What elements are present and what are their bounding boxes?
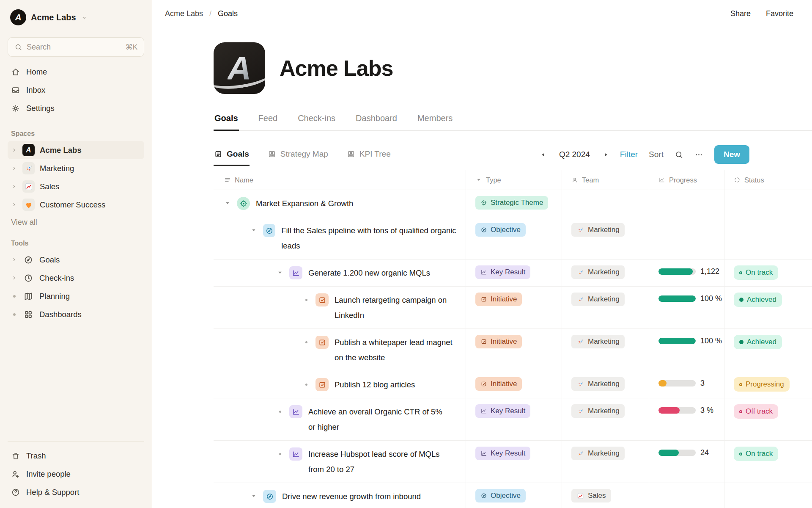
- bullet-icon: [303, 296, 310, 303]
- sidebar-tool-planning[interactable]: Planning: [8, 287, 144, 305]
- table-row[interactable]: Achieve an overall Organic CTR of 5% or …: [214, 398, 812, 441]
- sort-button[interactable]: Sort: [649, 150, 664, 159]
- column-header-progress[interactable]: Progress: [649, 170, 724, 190]
- triangle-down-icon[interactable]: [224, 200, 231, 207]
- sidebar-footer-help-support[interactable]: Help & Support: [8, 483, 144, 501]
- tab-feed[interactable]: Feed: [258, 113, 279, 130]
- breadcrumb-current[interactable]: Goals: [218, 9, 238, 18]
- view-tab-goals[interactable]: Goals: [214, 149, 250, 166]
- sidebar-space-marketing[interactable]: Marketing: [8, 159, 144, 177]
- next-period-button[interactable]: [603, 152, 609, 158]
- sidebar-space-acme-labs[interactable]: AAcme Labs: [8, 141, 144, 159]
- chartline-icon: [480, 269, 487, 276]
- chevron-right-icon[interactable]: [11, 183, 17, 190]
- team-cell: Marketing: [562, 441, 649, 483]
- sidebar-item-label: Home: [26, 67, 47, 77]
- goals-table: NameTypeTeamProgressStatus Market Expans…: [214, 170, 812, 508]
- triangle-down-icon[interactable]: [250, 227, 257, 234]
- previous-period-button[interactable]: [540, 152, 546, 158]
- sidebar-item-home[interactable]: Home: [8, 63, 144, 81]
- progress-cell: 3 %: [649, 398, 724, 440]
- status-badge: Progressing: [734, 377, 790, 392]
- table-row[interactable]: Publish a whitepaper lead magnet on the …: [214, 329, 812, 371]
- progress-fill: [658, 338, 696, 344]
- triangle-down-icon[interactable]: [277, 269, 283, 276]
- more-options-icon[interactable]: [694, 150, 703, 159]
- checkbox-icon: [480, 296, 487, 303]
- tab-check-ins[interactable]: Check-ins: [297, 113, 336, 130]
- workspace-name: Acme Labs: [31, 13, 76, 22]
- workspace-switcher[interactable]: A Acme Labs: [8, 8, 144, 26]
- tab-members[interactable]: Members: [417, 113, 453, 130]
- column-header-label: Name: [235, 176, 253, 184]
- progress-bar: 3 %: [658, 406, 713, 415]
- team-badge: Marketing: [571, 447, 625, 460]
- chevron-right-icon[interactable]: [11, 147, 17, 153]
- goal-name: Fill the Sales pipeline with tons of qua…: [281, 223, 466, 254]
- status-badge-label: Progressing: [746, 380, 784, 389]
- table-row[interactable]: Drive new revenue growth from inboundObj…: [214, 483, 812, 508]
- sidebar-space-customer-success[interactable]: Customer Success: [8, 196, 144, 214]
- status-badge-label: On track: [746, 268, 773, 277]
- breadcrumb-separator: /: [209, 9, 211, 18]
- compass-icon: [480, 492, 487, 499]
- progress-value: 100 %: [700, 337, 722, 345]
- table-row[interactable]: Publish 12 blog articlesInitiativeMarket…: [214, 371, 812, 398]
- chevron-down-icon: [81, 14, 88, 21]
- column-header-label: Progress: [669, 176, 697, 184]
- view-tab-strategy-map[interactable]: Strategy Map: [267, 149, 329, 166]
- compass-icon: [480, 226, 487, 233]
- status-badge: Off track: [734, 404, 778, 419]
- share-button[interactable]: Share: [730, 9, 751, 18]
- sidebar-item-inbox[interactable]: Inbox: [8, 81, 144, 99]
- favorite-button[interactable]: Favorite: [766, 9, 793, 18]
- triangle-down-icon[interactable]: [250, 493, 257, 500]
- column-header-type[interactable]: Type: [466, 170, 562, 190]
- team-badge: Marketing: [571, 377, 625, 391]
- progress-track: [658, 338, 696, 344]
- table-row[interactable]: Generate 1.200 new organic MQLsKey Resul…: [214, 260, 812, 287]
- column-header-name[interactable]: Name: [214, 170, 466, 190]
- search-input[interactable]: Search ⌘K: [8, 37, 144, 57]
- column-header-team[interactable]: Team: [562, 170, 649, 190]
- toolbar-controls: Q2 2024 Filter Sort New: [540, 145, 749, 170]
- breadcrumb-root[interactable]: Acme Labs: [165, 9, 203, 18]
- sidebar-footer-trash[interactable]: Trash: [8, 447, 144, 465]
- rocket-icon: [24, 164, 33, 173]
- checkbox-icon: [480, 381, 487, 387]
- chartline-icon: [480, 450, 487, 457]
- chevron-right-icon[interactable]: [11, 275, 17, 281]
- column-header-status[interactable]: Status: [724, 170, 812, 190]
- status-badge: Achieved: [734, 293, 782, 307]
- search-shortcut: ⌘K: [126, 43, 137, 52]
- sidebar-space-sales[interactable]: Sales: [8, 177, 144, 196]
- view-all-link[interactable]: View all: [11, 218, 144, 227]
- sidebar-footer-invite-people[interactable]: Invite people: [8, 465, 144, 483]
- chevron-right-icon[interactable]: [11, 257, 17, 263]
- type-badge: Initiative: [475, 293, 522, 306]
- type-cell: Initiative: [466, 371, 562, 398]
- workspace-hero: A Acme Labs: [214, 42, 812, 94]
- table-search-icon[interactable]: [675, 150, 683, 159]
- period-label[interactable]: Q2 2024: [559, 150, 590, 159]
- sidebar-tool-check-ins[interactable]: Check-ins: [8, 269, 144, 287]
- new-goal-button[interactable]: New: [714, 145, 749, 164]
- table-row[interactable]: Increase Hubspot lead score of MQLs from…: [214, 441, 812, 483]
- view-tab-kpi-tree[interactable]: KPI Tree: [346, 149, 391, 166]
- team-badge-label: Sales: [588, 491, 606, 500]
- sidebar-tool-dashboards[interactable]: Dashboards: [8, 305, 144, 323]
- table-row[interactable]: Market Expansion & GrowthStrategic Theme: [214, 190, 812, 217]
- sidebar-item-settings[interactable]: Settings: [8, 99, 144, 117]
- tab-dashboard[interactable]: Dashboard: [355, 113, 398, 130]
- tab-goals[interactable]: Goals: [214, 113, 239, 130]
- filter-button[interactable]: Filter: [620, 150, 638, 159]
- sidebar-tool-goals[interactable]: Goals: [8, 251, 144, 269]
- table-row[interactable]: Launch retargeting campaign on LinkedInI…: [214, 287, 812, 329]
- type-cell: Objective: [466, 217, 562, 259]
- chevron-right-icon[interactable]: [11, 202, 17, 208]
- goal-name: Increase Hubspot lead score of MQLs from…: [308, 447, 444, 477]
- objective-icon: [263, 224, 275, 237]
- table-body: Market Expansion & GrowthStrategic Theme…: [214, 190, 812, 508]
- table-row[interactable]: Fill the Sales pipeline with tons of qua…: [214, 217, 812, 260]
- chevron-right-icon[interactable]: [11, 165, 17, 171]
